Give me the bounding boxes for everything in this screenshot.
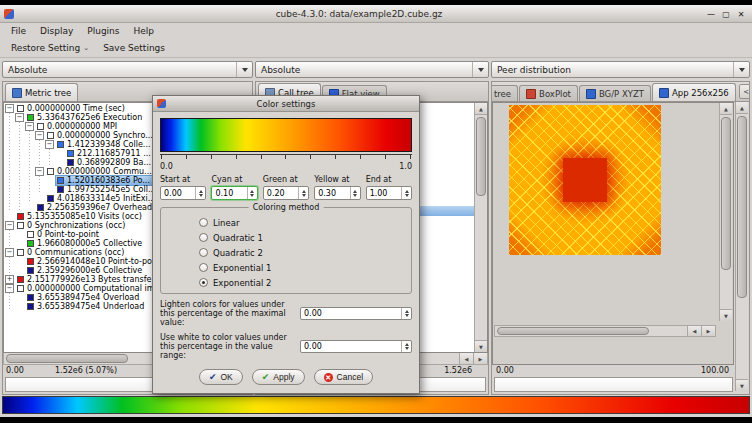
topology-vertical-scrollbar[interactable]: ▲ ▼	[719, 103, 732, 321]
minimize-button[interactable]: —	[704, 8, 718, 20]
max-value: 1.52e6	[444, 366, 472, 375]
yellow-at-spinbox[interactable]: 0.30	[314, 186, 360, 200]
app-view-icon	[659, 88, 669, 98]
spin-up-icon[interactable]	[302, 190, 306, 193]
severity-box-icon	[17, 105, 24, 112]
spin-up-icon[interactable]	[199, 190, 203, 193]
scroll-right-icon[interactable]: ▶	[473, 353, 487, 364]
call-mode-combobox[interactable]: Absolute	[255, 61, 489, 78]
ok-button[interactable]: ✔ OK	[199, 369, 243, 385]
menu-file[interactable]: File	[4, 25, 33, 37]
combo-arrow-icon	[236, 62, 252, 77]
scrollbar-thumb[interactable]	[6, 354, 128, 363]
green-at-spinbox[interactable]: 0.20	[263, 186, 309, 200]
radio-exponential-1[interactable]: Exponential 1	[161, 260, 411, 275]
tab-scroll-left-button[interactable]: <	[739, 84, 749, 99]
collapse-icon[interactable]: −	[35, 167, 44, 176]
spin-down-icon[interactable]	[405, 314, 409, 317]
system-vertical-scrollbar[interactable]: ▲ ▼	[735, 102, 748, 391]
collapse-icon[interactable]: −	[5, 284, 14, 293]
scroll-down-icon[interactable]: ▼	[475, 340, 487, 352]
topology-heatmap-view[interactable]	[509, 105, 661, 255]
scrollbar-thumb[interactable]	[737, 116, 747, 298]
apply-check-icon: ✔	[262, 373, 270, 382]
radio-button-icon[interactable]	[199, 263, 208, 272]
collapse-icon[interactable]: −	[15, 113, 24, 122]
spin-down-icon[interactable]	[250, 194, 254, 197]
collapse-icon[interactable]: −	[5, 104, 14, 113]
scrollbar-thumb[interactable]	[721, 117, 731, 270]
collapse-icon[interactable]: −	[45, 140, 54, 149]
scroll-left-icon[interactable]: ◀	[687, 326, 701, 336]
scroll-down-icon[interactable]: ▼	[720, 309, 732, 321]
collapse-icon[interactable]: −	[25, 122, 34, 131]
restore-setting-button[interactable]: Restore Setting ⌄	[4, 41, 96, 55]
tab-bg-p-xyzt[interactable]: BG/P XYZT	[579, 85, 651, 101]
save-settings-button[interactable]: Save Settings	[96, 41, 172, 55]
titlebar[interactable]: cube-4.3.0: data/example2D.cube.gz —▢✕	[0, 6, 752, 23]
call-vertical-scrollbar[interactable]: ▲ ▼	[474, 103, 487, 352]
cancel-button[interactable]: ✕ Cancel	[314, 369, 373, 385]
menu-help[interactable]: Help	[127, 25, 162, 37]
radio-quadratic-1[interactable]: Quadratic 1	[161, 230, 411, 245]
system-mode-combobox[interactable]: Peer distribution	[491, 61, 750, 78]
scroll-left-icon[interactable]: ◀	[459, 353, 473, 364]
spin-down-icon[interactable]	[302, 194, 306, 197]
bgp-xyzt-icon	[586, 89, 596, 99]
tab-metric-tree[interactable]: Metric tree	[5, 83, 78, 101]
color-legend	[2, 396, 750, 414]
lighten-option-row: Lighten colors for values under this per…	[160, 300, 412, 327]
radio-button-icon[interactable]	[199, 278, 208, 287]
topology-horizontal-scrollbar[interactable]: ◀ ▶	[494, 325, 716, 337]
scroll-up-icon[interactable]: ▲	[736, 102, 748, 114]
severity-box-icon	[67, 150, 74, 157]
collapse-icon[interactable]: −	[5, 248, 14, 257]
radio-linear[interactable]: Linear	[161, 215, 411, 230]
severity-box-icon	[27, 258, 34, 265]
radio-exponential-2[interactable]: Exponential 2	[161, 275, 411, 290]
spin-down-icon[interactable]	[353, 194, 357, 197]
dialog-titlebar[interactable]: Color settings	[153, 96, 419, 112]
dialog-title: Color settings	[166, 99, 406, 109]
scroll-up-icon[interactable]: ▲	[720, 103, 732, 115]
start-at-spinbox[interactable]: 0.00	[160, 186, 206, 200]
radio-button-icon[interactable]	[199, 218, 208, 227]
menu-plugins[interactable]: Plugins	[80, 25, 126, 37]
close-button[interactable]: ✕	[734, 8, 748, 20]
spin-down-icon[interactable]	[405, 194, 409, 197]
scrollbar-thumb[interactable]	[476, 117, 486, 196]
spin-up-icon[interactable]	[405, 190, 409, 193]
radio-button-icon[interactable]	[199, 248, 208, 257]
scroll-up-icon[interactable]: ▲	[475, 103, 487, 115]
scrollbar-thumb[interactable]	[497, 327, 649, 335]
collapse-icon[interactable]: −	[35, 131, 44, 140]
boxplot-icon	[526, 89, 536, 99]
color-gradient-preview	[160, 118, 412, 152]
scroll-right-icon[interactable]: ▶	[701, 326, 715, 336]
cyan-at-spinbox[interactable]: 0.10	[211, 186, 257, 200]
scroll-down-icon[interactable]: ▼	[736, 379, 748, 391]
whiten-spinbox[interactable]: 0.00	[300, 340, 412, 353]
spin-up-icon[interactable]	[353, 190, 357, 193]
maximize-button[interactable]: ▢	[719, 8, 733, 20]
spin-up-icon[interactable]	[405, 343, 409, 346]
end-at-spinbox[interactable]: 1.00	[366, 186, 412, 200]
spin-down-icon[interactable]	[405, 347, 409, 350]
spin-down-icon[interactable]	[199, 194, 203, 197]
spin-up-icon[interactable]	[250, 190, 254, 193]
tab-app-256x256[interactable]: App 256x256	[652, 83, 736, 101]
metric-mode-combobox[interactable]: Absolute	[2, 61, 253, 78]
spin-up-icon[interactable]	[405, 310, 409, 313]
system-tabbar: m treeBoxPlotBG/P XYZTApp 256x256 < >	[492, 82, 749, 102]
tab-m-tree[interactable]: m tree	[492, 85, 518, 101]
expand-icon[interactable]: +	[5, 275, 14, 284]
tab-boxplot[interactable]: BoxPlot	[519, 85, 578, 101]
severity-box-icon	[17, 276, 24, 283]
collapse-icon[interactable]: −	[5, 221, 14, 230]
apply-button[interactable]: ✔ Apply	[252, 369, 305, 385]
tree-item-label: 0.000000000 MPI	[47, 122, 119, 131]
menu-display[interactable]: Display	[33, 25, 80, 37]
lighten-spinbox[interactable]: 0.00	[300, 307, 412, 320]
radio-quadratic-2[interactable]: Quadratic 2	[161, 245, 411, 260]
radio-button-icon[interactable]	[199, 233, 208, 242]
